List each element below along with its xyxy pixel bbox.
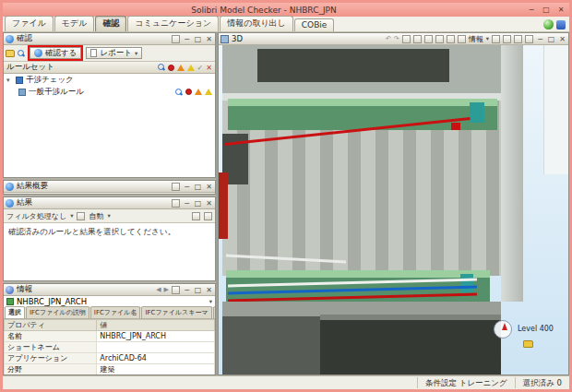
report-button[interactable]: レポート ▾ [86, 47, 142, 59]
presentation-folder-icon[interactable] [523, 340, 533, 348]
check-model-button[interactable]: 確認する [30, 47, 81, 59]
settings-icon[interactable] [525, 35, 533, 43]
tab-cobie[interactable]: COBie [294, 18, 335, 31]
panel-maximize-icon[interactable]: □ [194, 35, 202, 43]
tree-row-clash-check[interactable]: ▾ 干渉チェック [4, 74, 215, 86]
collapse-all-icon[interactable] [204, 212, 212, 220]
panel-minimize-icon[interactable]: − [183, 199, 191, 208]
ruleset-tree: ルールセット ✓ ✕ ▾ 干渉チェック [4, 62, 215, 177]
compass-needle-icon [502, 323, 507, 330]
table-row[interactable]: ショートネーム [5, 342, 215, 353]
table-row[interactable]: 分野 建築 [5, 364, 215, 375]
chevron-down-icon: ▾ [70, 212, 73, 220]
filter-dropdown[interactable]: フィルタ処理なし [6, 211, 66, 221]
maximize-button[interactable]: □ [540, 5, 553, 15]
tab-checking[interactable]: 確認 [95, 16, 126, 31]
fit-view-icon[interactable] [514, 35, 522, 43]
info-mode-dropdown[interactable]: 情報 [469, 34, 483, 44]
ruleset-book-icon [16, 77, 23, 84]
table-row[interactable]: アプリケーション ArchiCAD-64 [5, 353, 215, 364]
panel-close-icon[interactable]: ✕ [205, 199, 213, 208]
info-tab-hyperlink[interactable]: ハイパーリンク [213, 306, 216, 318]
panel-minimize-icon[interactable]: − [183, 35, 191, 43]
view-3d-panel: 3D ↶ ↷ 情報 ▾ [218, 32, 569, 375]
checking-panel-header: 確認 − □ ✕ [4, 33, 215, 45]
markup-tool-icon[interactable] [458, 35, 466, 43]
undo-view-icon[interactable]: ↶ [386, 35, 391, 42]
table-row[interactable]: 名前 NHBRC_JPN_ARCH [5, 331, 215, 342]
layout-icon[interactable] [172, 35, 180, 43]
solibri-status-icon [543, 19, 554, 30]
back-icon[interactable]: ◀ [156, 286, 161, 293]
title-bar: Solibri Model Checker - NHBRC_JPN − □ ✕ [3, 3, 569, 17]
panel-close-icon[interactable]: ✕ [558, 35, 566, 43]
lower-slab-top-face [226, 270, 490, 278]
results-panel-title: 結果 [17, 197, 32, 208]
app-window: Solibri Model Checker - NHBRC_JPN − □ ✕ … [0, 0, 572, 392]
results-summary-header: 結果概要 − □ ✕ [4, 181, 215, 193]
help-icon[interactable] [556, 20, 566, 30]
panel-close-icon[interactable]: ✕ [205, 35, 213, 43]
tab-model[interactable]: モデル [54, 16, 95, 31]
tab-information-takeoff[interactable]: 情報の取り出し [220, 16, 293, 31]
model-3d-viewport[interactable]: Level 400 [219, 45, 568, 374]
close-button[interactable]: ✕ [554, 5, 567, 15]
panel-minimize-icon[interactable]: − [183, 183, 191, 191]
paint-icon[interactable] [77, 212, 85, 220]
walk-tool-icon[interactable] [424, 35, 433, 43]
info-tab-ifc-description[interactable]: IFCファイルの説明 [26, 306, 89, 318]
minimize-button[interactable]: − [525, 5, 538, 15]
measure-tool-icon[interactable] [447, 35, 455, 43]
results-body: 確認済みのルールと結果を選択してください。 [4, 223, 215, 280]
info-panel-title: 情報 [17, 284, 32, 295]
selected-model-name: NHBRC_JPN_ARCH [17, 297, 87, 306]
info-icon [6, 286, 14, 294]
zoom-out-icon[interactable] [503, 35, 511, 43]
rejected-column-icon: ✕ [206, 64, 212, 72]
column-header-value: 値 [97, 320, 215, 331]
navigation-compass[interactable] [494, 320, 512, 339]
panel-maximize-icon[interactable]: □ [194, 286, 202, 294]
layout-icon[interactable] [172, 183, 180, 191]
open-ruleset-icon[interactable] [6, 50, 15, 57]
upper-teal-duct [470, 102, 484, 123]
tab-file[interactable]: ファイル [5, 16, 54, 31]
cube-3d-icon [220, 35, 229, 43]
expand-all-icon[interactable] [192, 212, 200, 220]
pin-icon[interactable] [172, 286, 180, 294]
left-red-wall [219, 172, 228, 239]
highlight-annotation: 確認する [28, 45, 83, 61]
main-area: 確認 − □ ✕ 確認する [3, 32, 569, 375]
redo-view-icon[interactable]: ↷ [394, 35, 399, 42]
chevron-down-icon: ▾ [486, 35, 489, 42]
zoom-in-icon[interactable] [492, 35, 500, 43]
tab-communication[interactable]: コミュニケーション [127, 16, 219, 31]
layout-icon[interactable] [172, 199, 180, 208]
panel-maximize-icon[interactable]: □ [547, 35, 555, 43]
section-tool-icon[interactable] [435, 35, 444, 43]
info-property-table: プロパティ 値 名前 NHBRC_JPN_ARCH ショートネーム アプリ [4, 319, 215, 374]
panel-close-icon[interactable]: ✕ [205, 183, 213, 191]
expander-icon[interactable]: ▾ [6, 77, 13, 84]
info-tab-ifc-filename[interactable]: IFCファイル名 [90, 306, 141, 318]
window-title: Solibri Model Checker - NHBRC_JPN [3, 6, 525, 15]
checking-panel: 確認 − □ ✕ 確認する [3, 32, 216, 178]
info-tab-ifc-schema[interactable]: IFCファイルスキーマ [141, 306, 211, 318]
chevron-down-icon[interactable]: ▾ [209, 298, 212, 305]
view-3d-header: 3D ↶ ↷ 情報 ▾ [219, 33, 568, 45]
results-panel-header: 結果 − □ ✕ [4, 197, 215, 209]
checking-toolbar: 確認する レポート ▾ [4, 45, 215, 62]
left-base-wall [222, 316, 320, 374]
panel-close-icon[interactable]: ✕ [205, 286, 213, 294]
home-view-icon[interactable] [402, 35, 411, 43]
panel-maximize-icon[interactable]: □ [194, 183, 202, 191]
select-tool-icon[interactable] [413, 35, 422, 43]
panel-minimize-icon[interactable]: − [536, 35, 544, 43]
ruleset-search-icon[interactable] [18, 50, 25, 57]
forward-icon[interactable]: ▶ [164, 286, 169, 293]
panel-maximize-icon[interactable]: □ [194, 199, 202, 208]
panel-minimize-icon[interactable]: − [183, 286, 191, 294]
tree-row-general-clash-rule[interactable]: 一般干渉ルール [4, 86, 215, 98]
auto-dropdown[interactable]: 自動 [89, 211, 103, 221]
info-tab-selection[interactable]: 選択 [5, 306, 25, 318]
